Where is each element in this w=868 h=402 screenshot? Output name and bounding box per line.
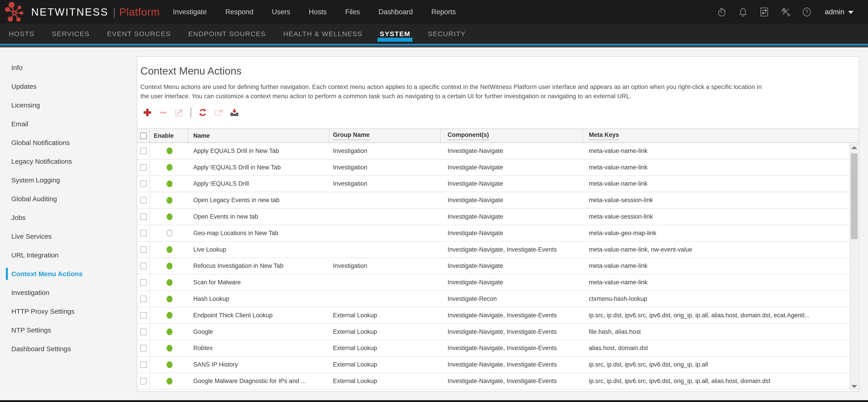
tools-icon[interactable]	[780, 6, 791, 18]
table-row[interactable]: Open Legacy Events in new tab Investigat…	[137, 192, 859, 209]
sidebar-item[interactable]: NTP Settings	[0, 321, 137, 339]
sub-nav-tab[interactable]: ENDPOINT SOURCES	[188, 30, 266, 38]
table-row[interactable]: Open Events in new tab Investigate-Navig…	[137, 209, 859, 225]
enable-status-dot	[166, 312, 173, 319]
sidebar-item[interactable]: System Logging	[0, 171, 137, 190]
cell-name: Geo-map Locations in New Tab	[188, 225, 329, 241]
enable-status-dot	[166, 328, 173, 335]
page-body: InfoUpdatesLicensingEmailGlobal Notifica…	[0, 49, 868, 400]
col-header-meta-keys[interactable]: Meta Keys	[583, 129, 859, 142]
top-menu-item[interactable]: Respond	[225, 8, 253, 16]
brand-product: Platform	[119, 6, 160, 18]
sub-nav-tab[interactable]: HEALTH & WELLNESS	[283, 30, 362, 38]
row-checkbox[interactable]	[140, 345, 147, 351]
export-button[interactable]	[213, 107, 224, 118]
bell-icon[interactable]	[738, 6, 748, 18]
sidebar-item[interactable]: Email	[0, 114, 137, 133]
vertical-scrollbar[interactable]	[850, 143, 858, 391]
add-button[interactable]	[142, 107, 153, 118]
table-row[interactable]: Hash Lookup Investigate-Recon ctxmenu-ha…	[137, 291, 859, 307]
sidebar-item[interactable]: Live Services	[0, 227, 137, 246]
cell-meta-keys: file.hash, alias.host	[583, 324, 859, 340]
table-row[interactable]: Google External Lookup Investigate-Navig…	[137, 324, 859, 340]
sidebar-item[interactable]: Info	[0, 58, 137, 77]
table-row[interactable]: Refocus Investigation in New Tab Investi…	[137, 258, 859, 275]
table-row[interactable]: Google Malware Diagnostic for IPs and ..…	[137, 373, 859, 390]
row-checkbox[interactable]	[140, 263, 147, 269]
col-header-group-name[interactable]: Group Name	[329, 129, 441, 142]
import-button[interactable]	[229, 107, 240, 118]
cell-name: Endpoint Thick Client Lookup	[188, 307, 329, 324]
top-menu-item[interactable]: Files	[345, 8, 360, 16]
scroll-down-arrow[interactable]	[850, 382, 858, 391]
row-checkbox[interactable]	[140, 148, 147, 154]
row-checkbox[interactable]	[140, 378, 147, 384]
table-row[interactable]: Apply !EQUALS Drill in New Tab Investiga…	[137, 160, 859, 176]
top-menu-item[interactable]: Dashboard	[378, 8, 413, 16]
sidebar-item[interactable]: Updates	[0, 77, 137, 96]
row-checkbox[interactable]	[140, 296, 147, 302]
table-row[interactable]: Apply !EQUALS Drill Investigation Invest…	[137, 176, 859, 193]
sidebar-item[interactable]: Investigation	[0, 283, 137, 302]
stopwatch-icon[interactable]	[716, 6, 727, 18]
sidebar-item[interactable]: Licensing	[0, 96, 137, 114]
delete-button[interactable]	[158, 107, 168, 118]
select-all-checkbox[interactable]	[140, 133, 147, 139]
row-checkbox[interactable]	[140, 213, 147, 220]
top-menu-item[interactable]: Users	[272, 8, 290, 16]
row-checkbox[interactable]	[140, 246, 147, 253]
cell-components: Investigate-Navigate	[441, 176, 583, 192]
sidebar-item[interactable]: Global Notifications	[0, 133, 137, 152]
edit-button[interactable]	[174, 107, 184, 118]
scroll-up-arrow[interactable]	[850, 143, 858, 152]
cell-group-name: External Lookup	[329, 307, 441, 324]
scrollbar-thumb[interactable]	[851, 153, 858, 239]
table-row[interactable]: Geo-map Locations in New Tab Investigate…	[137, 225, 859, 242]
top-menu-item[interactable]: Reports	[431, 8, 456, 16]
row-checkbox[interactable]	[140, 279, 147, 286]
sub-nav-tab[interactable]: EVENT SOURCES	[107, 30, 171, 38]
row-checkbox[interactable]	[140, 361, 147, 368]
cell-components: Investigate-Navigate	[441, 225, 583, 241]
sidebar-item[interactable]: Global Auditing	[0, 190, 137, 208]
row-checkbox[interactable]	[140, 312, 147, 319]
sidebar-item[interactable]: HTTP Proxy Settings	[0, 302, 137, 321]
col-header-components[interactable]: Component(s)	[441, 129, 583, 142]
svg-text:?: ?	[805, 9, 808, 15]
sub-nav-tab[interactable]: SYSTEM	[380, 30, 410, 38]
row-checkbox[interactable]	[140, 230, 147, 236]
sub-nav-tab[interactable]: SERVICES	[52, 30, 90, 38]
top-menu-item[interactable]: Investigate	[173, 8, 207, 16]
table-row[interactable]: Live Lookup Investigate-Navigate, Invest…	[137, 242, 859, 258]
cell-name: Live Lookup	[188, 242, 329, 258]
sub-nav-tab[interactable]: SECURITY	[428, 30, 466, 38]
sidebar-item[interactable]: URL Integration	[0, 246, 137, 264]
user-menu[interactable]: admin	[825, 8, 854, 16]
table-row[interactable]: Endpoint Thick Client Lookup External Lo…	[137, 307, 859, 324]
table-row[interactable]: SANS IP History External Lookup Investig…	[137, 357, 859, 373]
sub-nav-tab[interactable]: HOSTS	[9, 30, 34, 38]
cell-components: Investigate-Navigate	[441, 143, 583, 159]
sidebar-item[interactable]: Jobs	[0, 208, 137, 227]
row-checkbox[interactable]	[140, 197, 147, 203]
col-header-enable[interactable]: Enable	[150, 129, 188, 142]
sidebar-item[interactable]: Dashboard Settings	[0, 339, 137, 358]
row-checkbox[interactable]	[140, 180, 147, 187]
top-menu-item[interactable]: Hosts	[309, 8, 327, 16]
refresh-button[interactable]	[197, 107, 208, 118]
table-row[interactable]: Robtex External Lookup Investigate-Navig…	[137, 340, 859, 357]
col-header-name[interactable]: Name	[188, 129, 329, 142]
table-row[interactable]: Apply EQUALS Drill in New Tab Investigat…	[137, 143, 859, 160]
row-checkbox[interactable]	[140, 329, 147, 335]
help-icon[interactable]: ?	[801, 6, 812, 18]
sidebar-item[interactable]: Legacy Notifications	[0, 152, 137, 171]
sidebar-item[interactable]: Context Menu Actions	[0, 264, 137, 283]
col-header-select-all[interactable]	[137, 129, 150, 142]
enable-status-dot	[166, 345, 173, 351]
cell-group-name: External Lookup	[329, 324, 441, 340]
netwitness-logo[interactable]: NETWITNESS | Platform	[4, 2, 160, 22]
row-checkbox[interactable]	[140, 164, 147, 171]
console-settings-icon[interactable]	[759, 6, 770, 18]
table-row[interactable]: Scan for Malware Investigate-Navigate me…	[137, 274, 859, 291]
enable-status-dot	[166, 296, 173, 302]
